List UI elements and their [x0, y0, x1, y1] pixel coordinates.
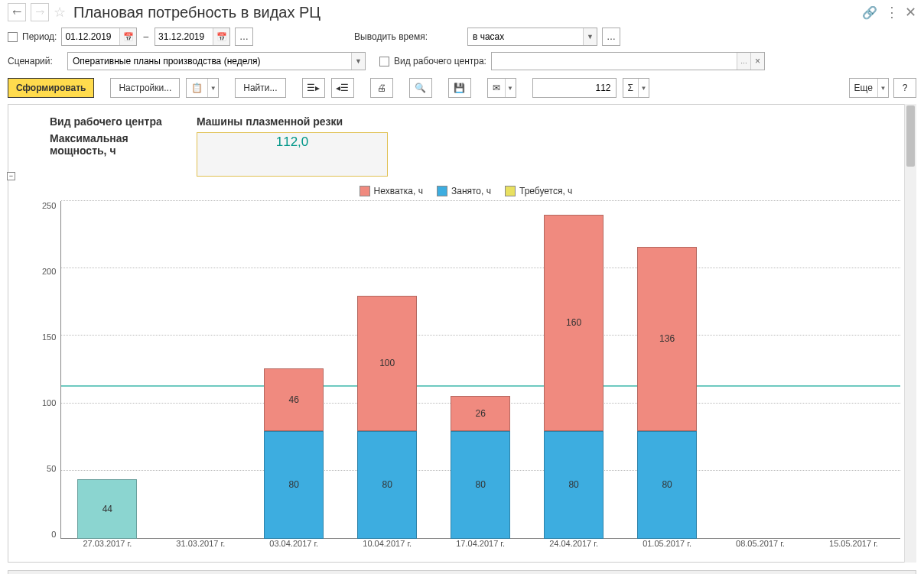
time-unit-input[interactable] — [468, 31, 583, 42]
date-to-field[interactable]: 📅 — [155, 28, 230, 46]
sigma-button[interactable]: Σ ▼ — [623, 78, 649, 98]
bar-slot — [807, 201, 900, 539]
toolbar: Сформировать Настройки... 📋 ▼ Найти... ☰… — [0, 73, 924, 102]
period-label: Период: — [22, 31, 57, 42]
help-button[interactable]: ? — [893, 78, 916, 98]
period-checkbox[interactable] — [8, 32, 18, 42]
print-button[interactable]: 🖨 — [370, 78, 393, 98]
bar-segment[interactable]: 46 — [264, 368, 324, 430]
chevron-down-icon[interactable]: ▼ — [207, 79, 218, 97]
generate-button[interactable]: Сформировать — [8, 78, 94, 98]
expand-icon: ☰▸ — [307, 83, 320, 93]
bar-segment[interactable]: 160 — [544, 215, 604, 431]
period-picker-button[interactable]: … — [235, 28, 253, 46]
bar-segment[interactable]: 80 — [451, 431, 510, 539]
mail-button[interactable]: ✉ ▼ — [487, 78, 516, 98]
bar-segment[interactable]: 100 — [357, 296, 417, 431]
wc-type-select[interactable]: … × — [491, 52, 765, 70]
save-button[interactable]: 💾 — [448, 78, 471, 98]
nav-back-button[interactable]: 🡐 — [8, 3, 26, 21]
variants-button[interactable]: 📋 ▼ — [186, 78, 219, 98]
sum-input[interactable] — [532, 78, 617, 98]
x-tick-label: 01.05.2017 г. — [620, 539, 714, 554]
x-tick-label: 31.03.2017 г. — [154, 539, 247, 554]
capacity-label: Максимальная мощность, ч — [44, 131, 189, 178]
plot-area: 4480468010080268016080136 27.03.2017 г.3… — [60, 201, 900, 554]
report-header-table: Вид рабочего центра Машины плазменной ре… — [42, 112, 900, 180]
wc-type-header-label: Вид рабочего центра — [44, 114, 189, 129]
chevron-down-icon[interactable]: ▼ — [877, 79, 888, 97]
date-from-field[interactable]: 📅 — [61, 28, 137, 46]
x-tick-label: 10.04.2017 г. — [340, 539, 434, 554]
more-button[interactable]: Еще ▼ — [849, 78, 889, 98]
bar-segment[interactable]: 80 — [637, 431, 697, 539]
bar-segment[interactable]: 80 — [264, 431, 324, 539]
bar-slot: 8026 — [434, 201, 527, 539]
nav-forward-button[interactable]: 🡒 — [31, 3, 49, 21]
date-dash: – — [143, 31, 148, 42]
bar-slot: 44 — [60, 201, 154, 539]
collapse-icon: ◂☰ — [336, 83, 349, 93]
clear-icon[interactable]: × — [750, 53, 764, 70]
bar-segment[interactable]: 44 — [77, 479, 137, 539]
find-button[interactable]: Найти... — [235, 78, 285, 98]
title-bar: 🡐 🡒 ☆ Плановая потребность в видах РЦ 🔗 … — [0, 0, 924, 24]
filter-row-2: Сценарий: ▼ Вид рабочего центра: … × — [0, 49, 924, 73]
expand-button[interactable]: ☰▸ — [302, 78, 325, 98]
y-axis: 250200150100500 — [42, 201, 60, 554]
printer-icon: 🖨 — [377, 83, 386, 93]
legend-item: Нехватка, ч — [360, 186, 423, 196]
dropdown-icon[interactable]: ▼ — [583, 28, 597, 45]
date-from-input[interactable] — [62, 31, 119, 42]
vertical-scrollbar[interactable] — [904, 104, 916, 563]
wc-type-checkbox[interactable] — [379, 57, 389, 66]
floppy-icon: 💾 — [454, 83, 465, 93]
bar-segment[interactable]: 80 — [544, 431, 604, 539]
page-title: Плановая потребность в видах РЦ — [73, 4, 320, 21]
bar-slot — [714, 201, 807, 539]
x-tick-label: 27.03.2017 г. — [60, 539, 154, 554]
bar-segment[interactable]: 26 — [451, 396, 510, 431]
x-tick-label: 24.04.2017 г. — [527, 539, 620, 554]
preview-button[interactable]: 🔍 — [409, 78, 432, 98]
collapse-button[interactable]: ◂☰ — [331, 78, 354, 98]
scenario-select[interactable]: ▼ — [67, 52, 366, 70]
calendar-icon[interactable]: 📅 — [213, 28, 229, 45]
x-tick-label: 08.05.2017 г. — [714, 539, 807, 554]
bar-slot: 80100 — [340, 201, 434, 539]
legend-item: Требуется, ч — [505, 186, 572, 196]
dropdown-icon[interactable]: ▼ — [351, 53, 365, 70]
date-to-input[interactable] — [155, 31, 213, 42]
bar-slot — [154, 201, 247, 539]
scenario-input[interactable] — [68, 56, 351, 66]
x-tick-label: 03.04.2017 г. — [247, 539, 340, 554]
report-canvas: − Вид рабочего центра Машины плазменной … — [8, 104, 916, 563]
wc-type-header-value: Машины плазменной резки — [190, 114, 899, 129]
legend-item: Занято, ч — [437, 186, 491, 196]
chevron-down-icon[interactable]: ▼ — [505, 79, 516, 97]
more-vertical-icon[interactable]: ⋮ — [885, 4, 897, 21]
bar-slot: 80160 — [527, 201, 620, 539]
sigma-icon: Σ — [623, 79, 638, 97]
close-icon[interactable]: ✕ — [905, 4, 916, 21]
paste-icon: 📋 — [187, 79, 207, 97]
calendar-icon[interactable]: 📅 — [119, 28, 136, 45]
open-icon[interactable]: … — [737, 53, 750, 70]
wc-type-input[interactable] — [492, 56, 737, 66]
time-unit-select[interactable]: ▼ — [467, 28, 597, 46]
outline-toggle[interactable]: − — [7, 172, 15, 180]
x-axis: 27.03.2017 г.31.03.2017 г.03.04.2017 г.1… — [60, 539, 900, 554]
bar-segment[interactable]: 80 — [357, 431, 417, 539]
x-tick-label: 15.05.2017 г. — [807, 539, 900, 554]
wc-type-label: Вид рабочего центра: — [394, 56, 486, 66]
settings-button[interactable]: Настройки... — [110, 78, 180, 98]
filter-row-1: Период: 📅 – 📅 … Выводить время: ▼ … — [0, 24, 924, 49]
link-icon[interactable]: 🔗 — [862, 5, 877, 20]
envelope-icon: ✉ — [488, 79, 505, 97]
favorite-star-icon[interactable]: ☆ — [54, 4, 66, 21]
time-more-button[interactable]: … — [602, 28, 620, 46]
horizontal-scrollbar[interactable] — [8, 570, 916, 574]
bar-segment[interactable]: 136 — [637, 247, 697, 430]
time-label: Выводить время: — [354, 31, 428, 42]
chevron-down-icon[interactable]: ▼ — [638, 79, 649, 97]
